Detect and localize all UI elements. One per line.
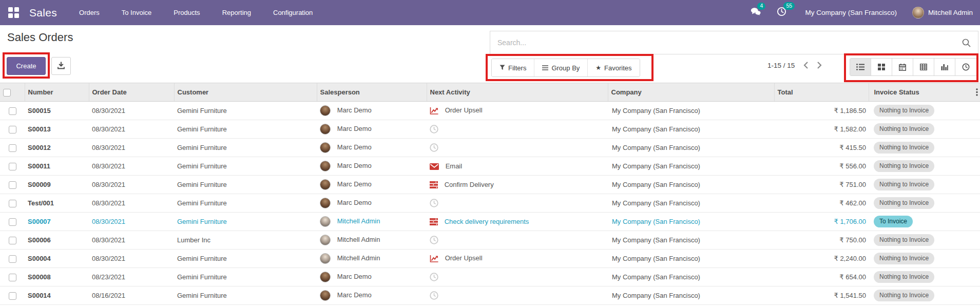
row-checkbox[interactable] [9, 255, 16, 263]
row-checkbox[interactable] [9, 237, 16, 244]
clock-activity-icon[interactable] [430, 236, 438, 244]
invoice-status-badge: Nothing to Invoice [874, 253, 934, 264]
activities-button[interactable]: 55 [777, 7, 786, 18]
customer-name: Gemini Furniture [174, 213, 317, 231]
order-number: S00007 [25, 213, 89, 231]
select-all-checkbox[interactable] [3, 89, 11, 97]
row-checkbox[interactable] [9, 200, 16, 207]
clock-activity-icon[interactable] [430, 273, 438, 281]
kanban-view-button[interactable] [871, 59, 892, 75]
list-view-button[interactable] [850, 59, 871, 75]
order-date: 08/30/2021 [89, 120, 174, 139]
search-input[interactable] [490, 39, 962, 47]
table-row[interactable]: S00011 08/30/2021 Gemini Furniture Marc … [0, 157, 980, 176]
pager-previous-icon[interactable] [803, 61, 809, 69]
table-row[interactable]: S00007 08/30/2021 Gemini Furniture Mitch… [0, 213, 980, 231]
user-avatar[interactable] [912, 7, 924, 18]
order-upsell-activity-icon[interactable] [430, 255, 438, 263]
order-number: S00009 [25, 176, 89, 194]
download-icon [57, 62, 65, 71]
company-name: My Company (San Francisco) [608, 268, 774, 286]
activity-label: Check delivery requirements [445, 218, 529, 225]
row-checkbox[interactable] [9, 107, 16, 115]
salesperson-avatar [320, 253, 331, 264]
order-date: 08/23/2021 [89, 268, 174, 286]
messages-button[interactable]: 4 [751, 7, 761, 18]
row-checkbox[interactable] [9, 274, 16, 281]
order-total: ₹ 1,582.00 [774, 120, 869, 139]
group-by-button[interactable]: Group By [534, 59, 588, 76]
row-checkbox[interactable] [9, 292, 16, 300]
nav-item-configuration[interactable]: Configuration [273, 9, 313, 16]
user-menu[interactable]: Mitchell Admin [928, 9, 973, 16]
clock-activity-icon[interactable] [430, 125, 438, 133]
activity-view-button[interactable] [955, 59, 976, 75]
nav-item-reporting[interactable]: Reporting [222, 9, 251, 16]
table-row[interactable]: S00012 08/30/2021 Gemini Furniture Marc … [0, 139, 980, 157]
row-checkbox[interactable] [9, 163, 16, 170]
row-checkbox[interactable] [9, 144, 16, 152]
tasks-activity-icon[interactable] [430, 218, 438, 225]
top-navbar: Sales Orders To Invoice Products Reporti… [0, 0, 980, 25]
nav-menu: Orders To Invoice Products Reporting Con… [79, 9, 335, 16]
graph-view-button[interactable] [934, 59, 955, 75]
order-total: ₹ 1,186.50 [774, 102, 869, 120]
table-row[interactable]: S00014 08/16/2021 Gemini Furniture Marc … [0, 286, 980, 305]
table-row[interactable]: S00015 08/30/2021 Gemini Furniture Marc … [0, 102, 980, 120]
row-checkbox[interactable] [9, 218, 16, 226]
salesperson-avatar [320, 105, 331, 116]
column-header-order-date[interactable]: Order Date [89, 83, 174, 102]
favorites-button[interactable]: ★ Favorites [588, 59, 639, 76]
company-switcher[interactable]: My Company (San Francisco) [805, 9, 897, 16]
table-row[interactable]: S00009 08/30/2021 Gemini Furniture Marc … [0, 176, 980, 194]
table-row[interactable]: Test/001 08/30/2021 Gemini Furniture Mar… [0, 194, 980, 213]
row-checkbox[interactable] [9, 126, 16, 133]
table-row[interactable]: S00006 08/30/2021 Lumber Inc Mitchell Ad… [0, 231, 980, 250]
pager-next-icon[interactable] [817, 61, 822, 69]
company-name: My Company (San Francisco) [608, 286, 774, 305]
column-header-salesperson[interactable]: Salesperson [317, 83, 427, 102]
salesperson-name: Marc Demo [337, 143, 372, 151]
column-header-company[interactable]: Company [608, 83, 774, 102]
app-name[interactable]: Sales [29, 7, 57, 19]
orders-table: Number Order Date Customer Salesperson N… [0, 83, 980, 305]
column-header-number[interactable]: Number [25, 83, 89, 102]
search-icon[interactable] [962, 39, 971, 47]
email-activity-icon[interactable] [430, 163, 439, 170]
table-row[interactable]: S00013 08/30/2021 Gemini Furniture Marc … [0, 120, 980, 139]
row-checkbox[interactable] [9, 181, 16, 189]
customer-name: Gemini Furniture [174, 139, 317, 157]
nav-item-orders[interactable]: Orders [79, 9, 100, 16]
pivot-view-button[interactable] [913, 59, 934, 75]
order-number: S00011 [25, 157, 89, 176]
optional-columns-icon[interactable] [976, 88, 978, 96]
filters-button[interactable]: Filters [492, 59, 534, 76]
order-total: ₹ 462.00 [774, 194, 869, 213]
tasks-activity-icon[interactable] [430, 181, 438, 188]
order-number: S00008 [25, 268, 89, 286]
apps-menu-icon[interactable] [8, 7, 19, 18]
column-header-invoice-status[interactable]: Invoice Status [869, 83, 980, 102]
nav-item-to-invoice[interactable]: To Invoice [122, 9, 152, 16]
clock-activity-icon[interactable] [430, 199, 438, 207]
table-row[interactable]: S00008 08/23/2021 Gemini Furniture Marc … [0, 268, 980, 286]
table-row[interactable]: S00004 08/30/2021 Gemini Furniture Mitch… [0, 250, 980, 268]
export-button[interactable] [51, 57, 71, 75]
company-name: My Company (San Francisco) [608, 231, 774, 250]
column-header-total[interactable]: Total [774, 83, 869, 102]
calendar-view-button[interactable] [892, 59, 913, 75]
activities-count-badge: 55 [783, 2, 795, 10]
nav-item-products[interactable]: Products [174, 9, 200, 16]
salesperson-name: Mitchell Admin [337, 236, 380, 243]
create-button[interactable]: Create [7, 57, 46, 75]
view-switcher [850, 58, 977, 76]
column-header-customer[interactable]: Customer [174, 83, 317, 102]
clock-activity-icon[interactable] [430, 143, 438, 152]
company-name: My Company (San Francisco) [608, 102, 774, 120]
order-date: 08/30/2021 [89, 231, 174, 250]
column-header-next-activity[interactable]: Next Activity [427, 83, 608, 102]
order-upsell-activity-icon[interactable] [430, 107, 438, 115]
order-total: ₹ 751.00 [774, 176, 869, 194]
sales-orders-page: Sales Orders To Invoice Products Reporti… [0, 0, 980, 306]
clock-activity-icon[interactable] [430, 291, 438, 300]
